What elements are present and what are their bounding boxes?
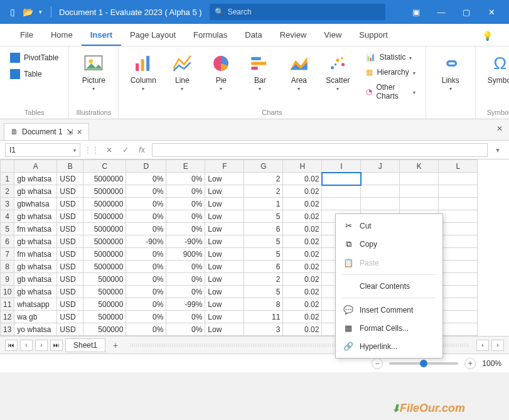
column-chart-button[interactable]: Column▾ bbox=[125, 50, 161, 94]
minimize-button[interactable]: — bbox=[429, 8, 454, 17]
cell[interactable] bbox=[439, 323, 478, 336]
last-sheet-button[interactable]: ⏭ bbox=[50, 340, 63, 351]
cell[interactable] bbox=[400, 173, 439, 185]
next-sheet-button[interactable]: › bbox=[35, 340, 48, 351]
row-header[interactable]: 6 bbox=[1, 235, 14, 248]
cell[interactable]: USD bbox=[57, 261, 83, 273]
cell[interactable] bbox=[361, 173, 400, 185]
row-header[interactable]: 11 bbox=[1, 298, 14, 311]
cell[interactable]: 0.02 bbox=[283, 210, 322, 223]
cell[interactable]: 6 bbox=[244, 261, 283, 273]
cell[interactable]: Low bbox=[205, 323, 244, 336]
tips-icon[interactable]: 💡 bbox=[477, 26, 498, 46]
fx-button[interactable]: fx bbox=[136, 146, 148, 154]
symbol-button[interactable]: ΩSymbol bbox=[482, 50, 509, 87]
chevron-down-icon[interactable]: ▾ bbox=[73, 148, 76, 153]
close-button[interactable]: ✕ bbox=[479, 8, 504, 17]
scatter-chart-button[interactable]: Scatter▾ bbox=[319, 50, 356, 94]
cell[interactable]: USD bbox=[57, 198, 83, 210]
cell[interactable]: fm whatsa bbox=[14, 223, 57, 235]
close-tab-button[interactable]: ✕ bbox=[77, 128, 82, 136]
cell[interactable]: 0% bbox=[166, 273, 205, 286]
hierarchy-chart-button[interactable]: ▦Hierarchy ▾ bbox=[362, 65, 419, 79]
cell[interactable]: 5000000 bbox=[83, 261, 126, 273]
cell[interactable] bbox=[439, 185, 478, 198]
select-all-corner[interactable] bbox=[1, 160, 14, 173]
cell[interactable]: Low bbox=[205, 286, 244, 298]
cell[interactable]: 5000000 bbox=[83, 185, 126, 198]
ctx-cut[interactable]: ✂Cut bbox=[336, 217, 442, 235]
cell[interactable]: 0.02 bbox=[283, 273, 322, 286]
cell[interactable]: USD bbox=[57, 286, 83, 298]
cell[interactable]: 5000000 bbox=[83, 248, 126, 261]
cell[interactable]: 0% bbox=[126, 261, 166, 273]
tab-data[interactable]: Data bbox=[236, 24, 271, 46]
scroll-left-button[interactable]: ‹ bbox=[476, 340, 489, 351]
ctx-clear-contents[interactable]: Clear Contents bbox=[336, 277, 442, 295]
cell[interactable] bbox=[439, 286, 478, 298]
first-sheet-button[interactable]: ⏮ bbox=[5, 340, 18, 351]
cell[interactable]: 2 bbox=[244, 173, 283, 185]
cell[interactable] bbox=[400, 185, 439, 198]
prev-sheet-button[interactable]: ‹ bbox=[20, 340, 33, 351]
cell[interactable]: USD bbox=[57, 235, 83, 248]
ctx-format-cells[interactable]: ▦Format Cells... bbox=[336, 319, 442, 337]
pivot-table-button[interactable]: PivotTable bbox=[6, 50, 62, 65]
document-tab[interactable]: 🗎 Document 1 ⇲ ✕ bbox=[4, 123, 89, 140]
cell[interactable]: Low bbox=[205, 248, 244, 261]
pie-chart-button[interactable]: Pie▾ bbox=[203, 50, 239, 94]
cell[interactable]: gb whatsa bbox=[14, 273, 57, 286]
open-icon[interactable]: 📂 bbox=[20, 7, 35, 17]
cell[interactable]: 0% bbox=[126, 198, 166, 210]
row-header[interactable]: 8 bbox=[1, 261, 14, 273]
cell[interactable]: USD bbox=[57, 185, 83, 198]
cell[interactable]: 5 bbox=[244, 210, 283, 223]
column-header[interactable]: A bbox=[14, 160, 57, 173]
column-header[interactable]: K bbox=[400, 160, 439, 173]
cell[interactable]: Low bbox=[205, 273, 244, 286]
cell[interactable]: Low bbox=[205, 185, 244, 198]
cell[interactable]: 0% bbox=[126, 311, 166, 323]
cell[interactable]: 500000 bbox=[83, 286, 126, 298]
column-header[interactable]: L bbox=[439, 160, 478, 173]
add-sheet-button[interactable]: + bbox=[108, 340, 123, 350]
row-header[interactable]: 10 bbox=[1, 286, 14, 298]
tab-insert[interactable]: Insert bbox=[82, 24, 121, 46]
cell[interactable]: Low bbox=[205, 223, 244, 235]
cell[interactable]: USD bbox=[57, 323, 83, 336]
cell[interactable]: Low bbox=[205, 173, 244, 185]
cell[interactable]: -99% bbox=[166, 298, 205, 311]
cell[interactable]: USD bbox=[57, 210, 83, 223]
cell[interactable]: 5000000 bbox=[83, 223, 126, 235]
bar-chart-button[interactable]: Bar▾ bbox=[242, 50, 278, 94]
column-header[interactable]: E bbox=[166, 160, 205, 173]
column-header[interactable]: G bbox=[244, 160, 283, 173]
row-header[interactable]: 1 bbox=[1, 173, 14, 185]
tab-page-layout[interactable]: Page Layout bbox=[121, 24, 185, 46]
cell[interactable]: 5000000 bbox=[83, 173, 126, 185]
cell[interactable]: yo whatsa bbox=[14, 323, 57, 336]
cell[interactable]: 500000 bbox=[83, 273, 126, 286]
column-header[interactable]: D bbox=[126, 160, 166, 173]
row-header[interactable]: 5 bbox=[1, 223, 14, 235]
zoom-out-button[interactable]: − bbox=[372, 358, 383, 369]
cell[interactable]: 0% bbox=[166, 185, 205, 198]
cell[interactable]: wa gb bbox=[14, 311, 57, 323]
cell[interactable]: 0% bbox=[126, 185, 166, 198]
ctx-insert-comment[interactable]: 💬Insert Comment bbox=[336, 301, 442, 319]
cancel-formula-button[interactable]: ✕ bbox=[103, 146, 115, 154]
cell[interactable]: USD bbox=[57, 311, 83, 323]
ctx-hyperlink[interactable]: 🔗Hyperlink... bbox=[336, 337, 442, 355]
cell[interactable]: 0.02 bbox=[283, 235, 322, 248]
cell[interactable] bbox=[439, 273, 478, 286]
cell[interactable]: gb whatsa bbox=[14, 173, 57, 185]
table-button[interactable]: Table bbox=[6, 67, 62, 82]
cell[interactable]: -90% bbox=[166, 235, 205, 248]
row-header[interactable]: 3 bbox=[1, 198, 14, 210]
accept-formula-button[interactable]: ✓ bbox=[119, 146, 132, 154]
cell[interactable]: 5000000 bbox=[83, 198, 126, 210]
cell[interactable]: 900% bbox=[166, 248, 205, 261]
cell[interactable] bbox=[361, 185, 400, 198]
cell[interactable]: 0% bbox=[126, 248, 166, 261]
column-header[interactable]: C bbox=[83, 160, 126, 173]
